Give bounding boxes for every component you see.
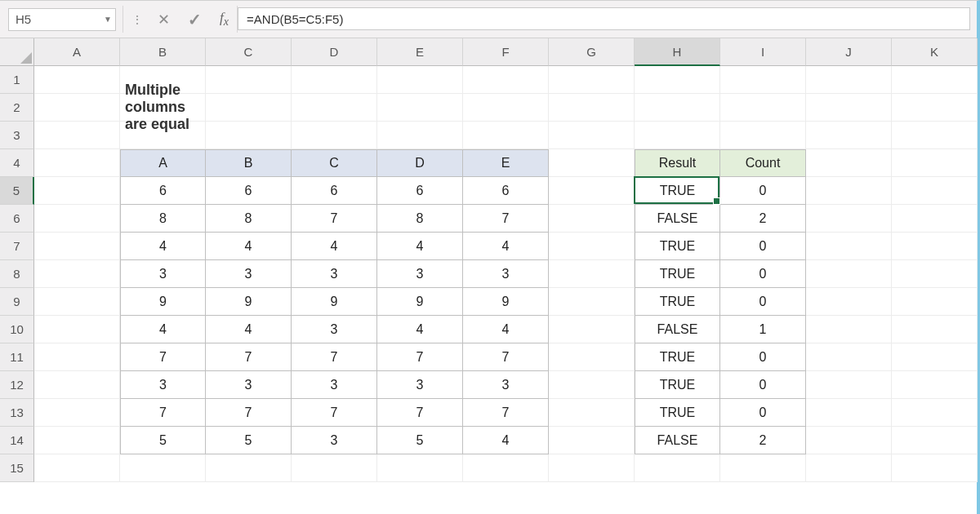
- cell[interactable]: [120, 122, 206, 149]
- cell[interactable]: 4: [292, 233, 377, 260]
- cell[interactable]: 4: [377, 316, 463, 343]
- cell[interactable]: [892, 454, 978, 482]
- cell[interactable]: [635, 122, 720, 149]
- row-header[interactable]: 5: [0, 177, 34, 205]
- cell[interactable]: [206, 122, 292, 149]
- row-header[interactable]: 4: [0, 149, 34, 177]
- cell[interactable]: [806, 177, 892, 205]
- cell[interactable]: [463, 122, 549, 149]
- column-header[interactable]: E: [377, 38, 463, 66]
- cell[interactable]: 9: [120, 288, 206, 316]
- column-header[interactable]: A: [34, 38, 120, 66]
- cell[interactable]: [34, 427, 120, 454]
- cell[interactable]: [892, 149, 978, 177]
- cell[interactable]: [549, 149, 635, 177]
- cell[interactable]: C: [292, 149, 377, 177]
- cell[interactable]: [377, 94, 463, 122]
- cell[interactable]: [892, 66, 978, 94]
- cell[interactable]: [377, 66, 463, 94]
- cell[interactable]: [806, 122, 892, 149]
- cell[interactable]: [377, 122, 463, 149]
- cell[interactable]: 3: [120, 260, 206, 288]
- drag-handle-icon[interactable]: ⋮: [123, 1, 153, 38]
- row-header[interactable]: 3: [0, 122, 34, 149]
- row-header[interactable]: 11: [0, 343, 34, 371]
- cell[interactable]: [120, 454, 206, 482]
- row-header[interactable]: 6: [0, 205, 34, 233]
- accept-icon[interactable]: ✓: [188, 10, 202, 29]
- cell[interactable]: 4: [120, 316, 206, 343]
- spreadsheet-grid[interactable]: ABCDEFGHIJK12Multiple columns are equal3…: [0, 38, 977, 482]
- cell[interactable]: 0: [720, 233, 806, 260]
- cell[interactable]: [892, 205, 978, 233]
- cell[interactable]: [34, 149, 120, 177]
- cell[interactable]: [292, 66, 377, 94]
- cell[interactable]: [806, 399, 892, 427]
- cell[interactable]: 3: [292, 316, 377, 343]
- cell[interactable]: [549, 427, 635, 454]
- cell[interactable]: 6: [206, 177, 292, 205]
- cell[interactable]: TRUE: [635, 371, 720, 399]
- cell[interactable]: TRUE: [635, 233, 720, 260]
- cell[interactable]: [720, 94, 806, 122]
- cell[interactable]: [549, 399, 635, 427]
- column-header[interactable]: K: [892, 38, 978, 66]
- cell[interactable]: TRUE: [635, 343, 720, 371]
- cell[interactable]: [549, 454, 635, 482]
- cell[interactable]: 3: [206, 260, 292, 288]
- cell[interactable]: FALSE: [635, 316, 720, 343]
- cell[interactable]: 9: [206, 288, 292, 316]
- cell[interactable]: 3: [377, 260, 463, 288]
- cell[interactable]: [206, 94, 292, 122]
- cell[interactable]: [806, 316, 892, 343]
- cell[interactable]: [549, 260, 635, 288]
- cell[interactable]: 4: [463, 316, 549, 343]
- cell[interactable]: [463, 94, 549, 122]
- column-header[interactable]: I: [720, 38, 806, 66]
- cell[interactable]: 6: [292, 177, 377, 205]
- cell[interactable]: 4: [120, 233, 206, 260]
- cell[interactable]: 4: [377, 233, 463, 260]
- cell[interactable]: 5: [377, 427, 463, 454]
- cell[interactable]: TRUE: [635, 288, 720, 316]
- row-header[interactable]: 9: [0, 288, 34, 316]
- cell[interactable]: 1: [720, 316, 806, 343]
- cell[interactable]: TRUE: [635, 260, 720, 288]
- cell[interactable]: 7: [206, 343, 292, 371]
- cell[interactable]: [463, 454, 549, 482]
- cell[interactable]: Result: [635, 149, 720, 177]
- column-header[interactable]: J: [806, 38, 892, 66]
- formula-input[interactable]: =AND(B5=C5:F5): [238, 7, 970, 30]
- cell[interactable]: TRUE: [635, 177, 720, 205]
- select-all-corner[interactable]: [0, 38, 34, 66]
- cell[interactable]: [292, 122, 377, 149]
- cell[interactable]: [34, 122, 120, 149]
- cell[interactable]: 7: [206, 399, 292, 427]
- cell[interactable]: [549, 66, 635, 94]
- column-header[interactable]: D: [292, 38, 377, 66]
- cell[interactable]: 8: [206, 205, 292, 233]
- cell[interactable]: 0: [720, 260, 806, 288]
- cell[interactable]: [549, 233, 635, 260]
- fx-icon[interactable]: fx: [220, 10, 229, 29]
- cell[interactable]: [892, 94, 978, 122]
- chevron-down-icon[interactable]: ▼: [104, 15, 112, 24]
- cell[interactable]: [806, 94, 892, 122]
- cell[interactable]: 7: [463, 399, 549, 427]
- row-header[interactable]: 1: [0, 66, 34, 94]
- cell[interactable]: [549, 288, 635, 316]
- cell[interactable]: [806, 260, 892, 288]
- cell[interactable]: [892, 399, 978, 427]
- cell[interactable]: Multiple columns are equal: [120, 94, 206, 122]
- cell[interactable]: [635, 94, 720, 122]
- cell[interactable]: [549, 205, 635, 233]
- cell[interactable]: [463, 66, 549, 94]
- cell[interactable]: [34, 94, 120, 122]
- cell[interactable]: [892, 260, 978, 288]
- cell[interactable]: [806, 288, 892, 316]
- cell[interactable]: [720, 454, 806, 482]
- cell[interactable]: B: [206, 149, 292, 177]
- row-header[interactable]: 2: [0, 94, 34, 122]
- cell[interactable]: [206, 454, 292, 482]
- cell[interactable]: [892, 288, 978, 316]
